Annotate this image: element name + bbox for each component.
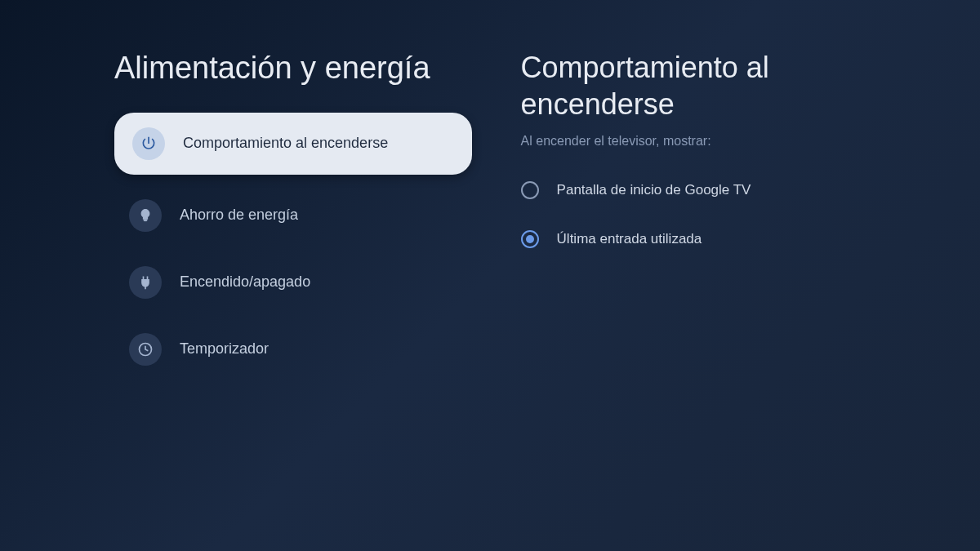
power-icon [132, 127, 165, 160]
menu-item-energy-saving[interactable]: Ahorro de energía [114, 189, 472, 242]
settings-screen: Alimentación y energía Comportamiento al… [0, 0, 980, 551]
radio-checked-icon [521, 230, 539, 248]
radio-list: Pantalla de inicio de Google TV Última e… [521, 181, 915, 248]
bulb-icon [129, 199, 162, 232]
menu-list: Comportamiento al encenderse Ahorro de e… [114, 113, 472, 375]
svg-rect-0 [144, 220, 147, 221]
menu-item-power-on-off[interactable]: Encendido/apagado [114, 256, 472, 309]
section-title: Alimentación y energía [114, 49, 472, 88]
radio-label: Última entrada utilizada [557, 231, 702, 247]
radio-label: Pantalla de inicio de Google TV [557, 182, 751, 198]
menu-label: Ahorro de energía [180, 207, 298, 224]
menu-label: Temporizador [180, 340, 269, 358]
menu-label: Encendido/apagado [180, 273, 310, 291]
plug-icon [129, 266, 162, 299]
radio-unchecked-icon [521, 181, 539, 199]
menu-item-power-behavior[interactable]: Comportamiento al encenderse [114, 113, 472, 175]
radio-option-last-input[interactable]: Última entrada utilizada [521, 230, 915, 248]
radio-option-google-tv-home[interactable]: Pantalla de inicio de Google TV [521, 181, 915, 199]
right-panel: Comportamiento al encenderse Al encender… [472, 49, 947, 518]
left-panel: Alimentación y energía Comportamiento al… [33, 49, 472, 518]
menu-label: Comportamiento al encenderse [183, 135, 388, 152]
detail-subtitle: Al encender el televisor, mostrar: [521, 134, 915, 149]
menu-item-timer[interactable]: Temporizador [114, 323, 472, 375]
detail-title: Comportamiento al encenderse [521, 49, 915, 122]
clock-icon [129, 333, 162, 366]
